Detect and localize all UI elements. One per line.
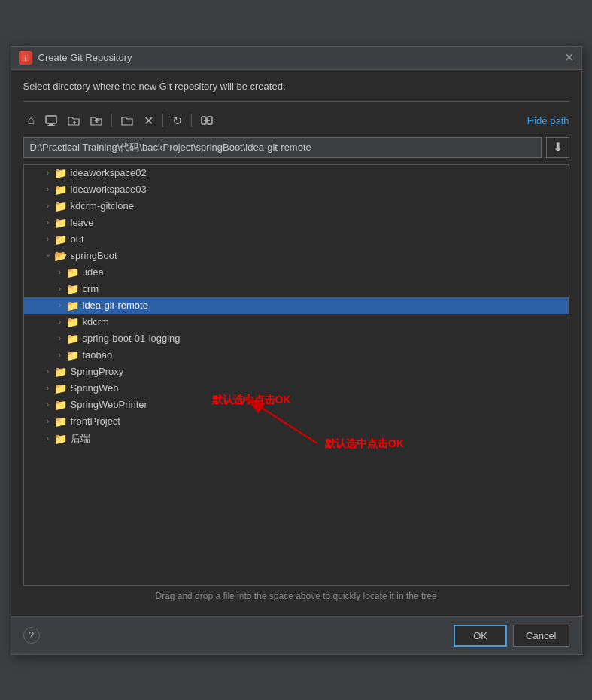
chevron-icon: › xyxy=(42,202,54,210)
toolbar-separator-2 xyxy=(162,114,163,127)
tree-item-label: spring-boot-01-logging xyxy=(83,333,181,344)
chevron-icon: › xyxy=(42,434,54,443)
tree-item-label: taobao xyxy=(83,349,113,361)
dialog-body: Select directory where the new Git repos… xyxy=(11,70,581,616)
desktop-button[interactable] xyxy=(41,111,62,129)
tree-item-label: idea-git-remote xyxy=(83,300,148,311)
refresh-button[interactable]: ↻ xyxy=(168,111,187,131)
folder-icon: 📂 xyxy=(54,250,67,262)
folder-open-button[interactable] xyxy=(117,111,138,129)
dialog-footer: ? OK Cancel xyxy=(11,616,581,654)
tree-item[interactable]: › 📁 taobao xyxy=(24,347,569,364)
chevron-icon: › xyxy=(42,218,54,227)
annotation-text: 默认选中点击OK xyxy=(212,394,291,407)
tree-item-springwebprinter[interactable]: › 📁 SpringWebPrinter 默认选中点击OK xyxy=(24,397,569,413)
tree-item[interactable]: › 📁 ideaworkspace03 xyxy=(24,181,569,198)
folder-icon: 📁 xyxy=(54,233,67,245)
folder-icon: 📁 xyxy=(66,283,79,295)
tree-item-label: kdcrm xyxy=(83,316,109,327)
tree-item-label: SpringWebPrinter xyxy=(71,399,147,410)
chevron-icon: › xyxy=(42,169,54,177)
dialog-description: Select directory where the new Git repos… xyxy=(23,81,569,102)
folder-icon: 📁 xyxy=(54,399,67,411)
home-button[interactable]: ⌂ xyxy=(23,111,40,130)
tree-item[interactable]: › 📁 kdcrm-gitclone xyxy=(24,198,569,215)
tree-item-idea-git-remote[interactable]: › 📁 idea-git-remote xyxy=(24,297,569,314)
tree-item-label: leave xyxy=(71,217,94,228)
browse-button[interactable]: ⬇ xyxy=(546,137,569,158)
chevron-icon: › xyxy=(54,351,66,359)
tree-item-label: crm xyxy=(83,283,99,294)
tree-item-label: SpringWeb xyxy=(71,382,119,394)
folder-icon: 📁 xyxy=(66,266,79,278)
tree-item-label: springBoot xyxy=(71,250,117,261)
tree-item[interactable]: › 📁 spring-boot-01-logging xyxy=(24,330,569,347)
ok-button[interactable]: OK xyxy=(454,625,507,647)
folder-new-button[interactable] xyxy=(63,111,84,129)
chevron-icon: › xyxy=(54,285,66,293)
tree-item[interactable]: › 📁 ideaworkspace02 xyxy=(24,165,569,181)
toggle-button[interactable] xyxy=(196,111,217,129)
path-input[interactable] xyxy=(23,137,542,158)
folder-icon: 📁 xyxy=(54,217,67,229)
create-git-repository-dialog: i Create Git Repository ✕ Select directo… xyxy=(11,46,582,655)
tree-item-springboot[interactable]: › 📂 springBoot xyxy=(24,248,569,264)
folder-icon: 📁 xyxy=(54,200,67,212)
tree-item[interactable]: › 📁 crm xyxy=(24,281,569,297)
close-button[interactable]: ✕ xyxy=(564,52,574,64)
cancel-button[interactable]: Cancel xyxy=(513,625,569,647)
tree-item-label: 后端 xyxy=(71,432,90,446)
folder-icon: 📁 xyxy=(66,333,79,345)
app-icon: i xyxy=(19,51,32,65)
chevron-icon: › xyxy=(42,417,54,425)
tree-item-label: ideaworkspace02 xyxy=(71,167,147,178)
chevron-icon: › xyxy=(54,301,66,309)
file-tree[interactable]: › 📁 ideaworkspace02 › 📁 ideaworkspace03 … xyxy=(23,164,569,586)
tree-item[interactable]: › 📁 SpringProxy xyxy=(24,364,569,380)
tree-item-label: ideaworkspace03 xyxy=(71,184,147,195)
tree-item-label: .idea xyxy=(83,266,104,278)
tree-item-label: SpringProxy xyxy=(71,366,124,377)
folder-icon: 📁 xyxy=(54,382,67,394)
tree-item-label: kdcrm-gitclone xyxy=(71,200,135,212)
title-bar: i Create Git Repository ✕ xyxy=(11,47,581,70)
tree-item[interactable]: › 📁 frontProject xyxy=(24,413,569,430)
folder-up-button[interactable] xyxy=(86,111,107,129)
folder-icon: 📁 xyxy=(66,316,79,328)
folder-icon: 📁 xyxy=(66,300,79,312)
folder-icon: 📁 xyxy=(66,349,79,361)
delete-button[interactable]: ✕ xyxy=(139,111,158,131)
toolbar-separator-3 xyxy=(191,114,192,127)
toolbar-separator-1 xyxy=(111,114,112,127)
footer-buttons: OK Cancel xyxy=(454,625,569,647)
chevron-icon: › xyxy=(42,384,54,392)
svg-text:i: i xyxy=(24,55,26,62)
chevron-icon: › xyxy=(42,367,54,376)
chevron-icon: › xyxy=(54,268,66,276)
folder-icon: 📁 xyxy=(54,366,67,378)
chevron-icon: › xyxy=(54,334,66,342)
chevron-icon: › xyxy=(42,185,54,193)
folder-icon: 📁 xyxy=(54,167,67,179)
tree-item[interactable]: › 📁 out xyxy=(24,231,569,248)
path-row: ⬇ xyxy=(23,137,569,158)
tree-item[interactable]: › 📁 leave xyxy=(24,215,569,231)
chevron-icon: › xyxy=(44,250,52,262)
drag-hint: Drag and drop a file into the space abov… xyxy=(23,586,569,606)
toolbar: ⌂ xyxy=(23,111,569,131)
chevron-icon: › xyxy=(54,318,66,326)
svg-rect-2 xyxy=(46,116,56,123)
folder-icon: 📁 xyxy=(54,184,67,196)
tree-item[interactable]: › 📁 kdcrm xyxy=(24,314,569,330)
chevron-icon: › xyxy=(42,400,54,409)
tree-item[interactable]: › 📁 .idea xyxy=(24,264,569,281)
tree-item[interactable]: › 📁 后端 xyxy=(24,430,569,448)
folder-icon: 📁 xyxy=(54,415,67,428)
folder-icon: 📁 xyxy=(54,433,67,445)
title-bar-left: i Create Git Repository xyxy=(19,51,132,65)
chevron-icon: › xyxy=(42,235,54,243)
help-button[interactable]: ? xyxy=(23,627,40,644)
hide-path-button[interactable]: Hide path xyxy=(527,115,569,126)
tree-item[interactable]: › 📁 SpringWeb xyxy=(24,380,569,397)
tree-item-label: frontProject xyxy=(71,415,120,427)
